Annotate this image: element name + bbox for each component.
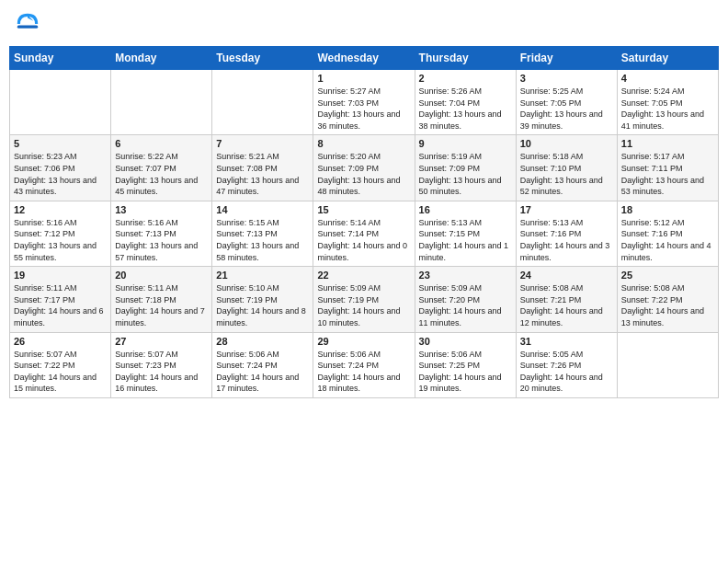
day-number: 25 — [621, 270, 714, 281]
day-number: 18 — [621, 204, 714, 215]
day-header-thursday: Thursday — [415, 47, 516, 70]
calendar-cell: 3Sunrise: 5:25 AMSunset: 7:05 PMDaylight… — [516, 70, 617, 135]
day-info: Sunrise: 5:24 AMSunset: 7:05 PMDaylight:… — [621, 86, 714, 132]
calendar-cell: 17Sunrise: 5:13 AMSunset: 7:16 PMDayligh… — [516, 201, 617, 266]
day-info: Sunrise: 5:09 AMSunset: 7:20 PMDaylight:… — [419, 282, 512, 328]
day-number: 28 — [216, 336, 309, 347]
calendar-cell: 15Sunrise: 5:14 AMSunset: 7:14 PMDayligh… — [313, 201, 415, 266]
day-number: 31 — [520, 336, 613, 347]
day-number: 12 — [14, 204, 107, 215]
calendar-table: SundayMondayTuesdayWednesdayThursdayFrid… — [9, 46, 719, 398]
calendar-cell: 30Sunrise: 5:06 AMSunset: 7:25 PMDayligh… — [415, 332, 516, 397]
day-number: 19 — [14, 270, 107, 281]
day-number: 26 — [14, 336, 107, 347]
calendar-cell: 14Sunrise: 5:15 AMSunset: 7:13 PMDayligh… — [212, 201, 313, 266]
page-header — [9, 9, 719, 39]
calendar-cell: 29Sunrise: 5:06 AMSunset: 7:24 PMDayligh… — [313, 332, 415, 397]
day-info: Sunrise: 5:16 AMSunset: 7:13 PMDaylight:… — [115, 217, 208, 263]
day-info: Sunrise: 5:06 AMSunset: 7:25 PMDaylight:… — [419, 349, 512, 395]
calendar-cell: 20Sunrise: 5:11 AMSunset: 7:18 PMDayligh… — [111, 267, 212, 332]
day-info: Sunrise: 5:13 AMSunset: 7:15 PMDaylight:… — [419, 217, 512, 263]
calendar-cell: 23Sunrise: 5:09 AMSunset: 7:20 PMDayligh… — [415, 267, 516, 332]
day-number: 30 — [419, 336, 512, 347]
calendar-cell: 19Sunrise: 5:11 AMSunset: 7:17 PMDayligh… — [10, 267, 111, 332]
day-number: 14 — [216, 204, 309, 215]
day-info: Sunrise: 5:16 AMSunset: 7:12 PMDaylight:… — [14, 217, 107, 263]
day-info: Sunrise: 5:06 AMSunset: 7:24 PMDaylight:… — [317, 349, 410, 395]
day-info: Sunrise: 5:06 AMSunset: 7:24 PMDaylight:… — [216, 349, 309, 395]
day-number: 2 — [419, 73, 512, 84]
calendar-cell: 7Sunrise: 5:21 AMSunset: 7:08 PMDaylight… — [212, 135, 313, 201]
logo — [13, 9, 46, 39]
calendar-header-row: SundayMondayTuesdayWednesdayThursdayFrid… — [10, 47, 719, 70]
day-info: Sunrise: 5:08 AMSunset: 7:22 PMDaylight:… — [621, 282, 714, 328]
calendar-cell: 8Sunrise: 5:20 AMSunset: 7:09 PMDaylight… — [313, 135, 415, 201]
calendar-cell: 28Sunrise: 5:06 AMSunset: 7:24 PMDayligh… — [212, 332, 313, 397]
day-number: 24 — [520, 270, 613, 281]
svg-rect-0 — [17, 26, 38, 29]
calendar-cell: 1Sunrise: 5:27 AMSunset: 7:03 PMDaylight… — [313, 70, 415, 135]
calendar-cell: 21Sunrise: 5:10 AMSunset: 7:19 PMDayligh… — [212, 267, 313, 332]
day-number: 6 — [115, 138, 208, 149]
day-number: 29 — [317, 336, 410, 347]
day-number: 5 — [14, 138, 107, 149]
day-info: Sunrise: 5:20 AMSunset: 7:09 PMDaylight:… — [317, 151, 410, 197]
day-header-wednesday: Wednesday — [313, 47, 415, 70]
day-header-monday: Monday — [111, 47, 212, 70]
calendar-cell: 13Sunrise: 5:16 AMSunset: 7:13 PMDayligh… — [111, 201, 212, 266]
day-info: Sunrise: 5:15 AMSunset: 7:13 PMDaylight:… — [216, 217, 309, 263]
day-number: 1 — [317, 73, 410, 84]
calendar-cell: 25Sunrise: 5:08 AMSunset: 7:22 PMDayligh… — [617, 267, 718, 332]
day-info: Sunrise: 5:19 AMSunset: 7:09 PMDaylight:… — [419, 151, 512, 197]
week-row-3: 12Sunrise: 5:16 AMSunset: 7:12 PMDayligh… — [10, 201, 719, 266]
calendar-cell: 4Sunrise: 5:24 AMSunset: 7:05 PMDaylight… — [617, 70, 718, 135]
calendar-cell: 18Sunrise: 5:12 AMSunset: 7:16 PMDayligh… — [617, 201, 718, 266]
day-number: 13 — [115, 204, 208, 215]
day-number: 20 — [115, 270, 208, 281]
day-info: Sunrise: 5:08 AMSunset: 7:21 PMDaylight:… — [520, 282, 613, 328]
calendar-cell — [10, 70, 111, 135]
calendar-cell: 27Sunrise: 5:07 AMSunset: 7:23 PMDayligh… — [111, 332, 212, 397]
day-number: 4 — [621, 73, 714, 84]
day-info: Sunrise: 5:21 AMSunset: 7:08 PMDaylight:… — [216, 151, 309, 197]
day-info: Sunrise: 5:07 AMSunset: 7:22 PMDaylight:… — [14, 349, 107, 395]
calendar-cell: 6Sunrise: 5:22 AMSunset: 7:07 PMDaylight… — [111, 135, 212, 201]
calendar-cell: 24Sunrise: 5:08 AMSunset: 7:21 PMDayligh… — [516, 267, 617, 332]
calendar-cell: 12Sunrise: 5:16 AMSunset: 7:12 PMDayligh… — [10, 201, 111, 266]
day-number: 21 — [216, 270, 309, 281]
calendar-cell: 11Sunrise: 5:17 AMSunset: 7:11 PMDayligh… — [617, 135, 718, 201]
day-info: Sunrise: 5:18 AMSunset: 7:10 PMDaylight:… — [520, 151, 613, 197]
day-info: Sunrise: 5:13 AMSunset: 7:16 PMDaylight:… — [520, 217, 613, 263]
week-row-1: 1Sunrise: 5:27 AMSunset: 7:03 PMDaylight… — [10, 70, 719, 135]
day-info: Sunrise: 5:07 AMSunset: 7:23 PMDaylight:… — [115, 349, 208, 395]
week-row-5: 26Sunrise: 5:07 AMSunset: 7:22 PMDayligh… — [10, 332, 719, 397]
day-info: Sunrise: 5:11 AMSunset: 7:18 PMDaylight:… — [115, 282, 208, 328]
calendar-cell: 5Sunrise: 5:23 AMSunset: 7:06 PMDaylight… — [10, 135, 111, 201]
day-info: Sunrise: 5:26 AMSunset: 7:04 PMDaylight:… — [419, 86, 512, 132]
day-header-tuesday: Tuesday — [212, 47, 313, 70]
calendar-cell: 31Sunrise: 5:05 AMSunset: 7:26 PMDayligh… — [516, 332, 617, 397]
calendar-cell: 2Sunrise: 5:26 AMSunset: 7:04 PMDaylight… — [415, 70, 516, 135]
day-number: 11 — [621, 138, 714, 149]
day-info: Sunrise: 5:27 AMSunset: 7:03 PMDaylight:… — [317, 86, 410, 132]
day-number: 27 — [115, 336, 208, 347]
day-info: Sunrise: 5:22 AMSunset: 7:07 PMDaylight:… — [115, 151, 208, 197]
week-row-2: 5Sunrise: 5:23 AMSunset: 7:06 PMDaylight… — [10, 135, 719, 201]
day-header-sunday: Sunday — [10, 47, 111, 70]
day-number: 22 — [317, 270, 410, 281]
day-info: Sunrise: 5:14 AMSunset: 7:14 PMDaylight:… — [317, 217, 410, 263]
day-info: Sunrise: 5:09 AMSunset: 7:19 PMDaylight:… — [317, 282, 410, 328]
day-header-saturday: Saturday — [617, 47, 718, 70]
day-info: Sunrise: 5:23 AMSunset: 7:06 PMDaylight:… — [14, 151, 107, 197]
calendar-cell — [617, 332, 718, 397]
calendar-cell: 10Sunrise: 5:18 AMSunset: 7:10 PMDayligh… — [516, 135, 617, 201]
day-number: 15 — [317, 204, 410, 215]
day-info: Sunrise: 5:11 AMSunset: 7:17 PMDaylight:… — [14, 282, 107, 328]
week-row-4: 19Sunrise: 5:11 AMSunset: 7:17 PMDayligh… — [10, 267, 719, 332]
day-info: Sunrise: 5:05 AMSunset: 7:26 PMDaylight:… — [520, 349, 613, 395]
day-info: Sunrise: 5:17 AMSunset: 7:11 PMDaylight:… — [621, 151, 714, 197]
calendar-cell: 22Sunrise: 5:09 AMSunset: 7:19 PMDayligh… — [313, 267, 415, 332]
day-info: Sunrise: 5:25 AMSunset: 7:05 PMDaylight:… — [520, 86, 613, 132]
calendar-cell — [212, 70, 313, 135]
day-number: 3 — [520, 73, 613, 84]
